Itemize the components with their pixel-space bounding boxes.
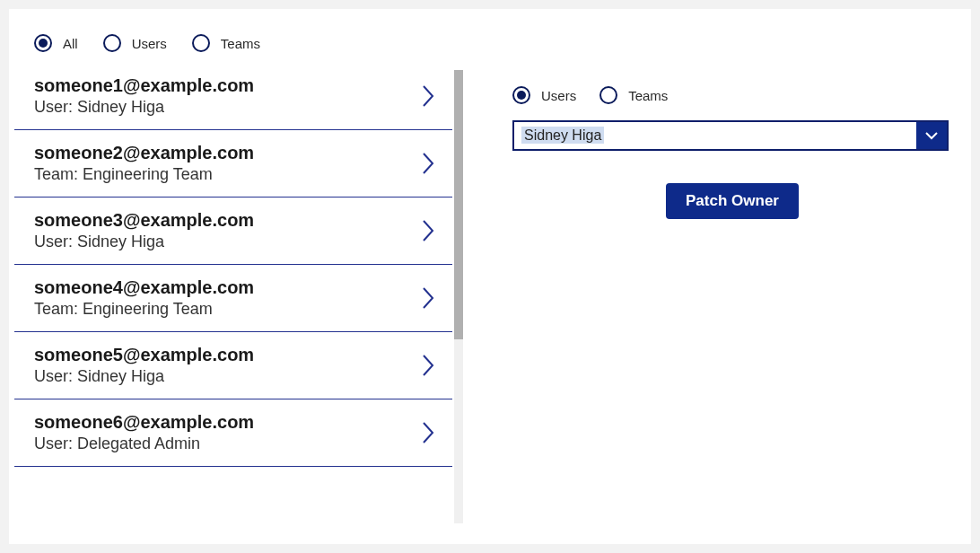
list-item[interactable]: someone2@example.comTeam: Engineering Te…: [14, 130, 452, 198]
list-item[interactable]: someone5@example.comUser: Sidney Higa: [14, 332, 452, 399]
scrollbar-thumb[interactable]: [454, 70, 463, 339]
list-item-owner: Team: Engineering Team: [34, 165, 254, 184]
list-item-owner: Team: Engineering Team: [34, 300, 254, 319]
radio-label: Users: [541, 88, 576, 103]
chevron-right-icon: [420, 83, 436, 110]
owner-type-group: Users Teams: [512, 86, 952, 104]
records-list: someone1@example.comUser: Sidney Higasom…: [14, 70, 452, 523]
radio-owner-users[interactable]: Users: [512, 86, 576, 104]
radio-icon: [512, 86, 530, 104]
owner-patch-panel: All Users Teams someone1@example.comUser…: [9, 9, 971, 544]
list-item-text: someone2@example.comTeam: Engineering Te…: [34, 143, 254, 184]
radio-label: All: [63, 36, 78, 51]
radio-icon: [34, 34, 52, 52]
list-item-email: someone1@example.com: [34, 75, 254, 96]
list-item-text: someone5@example.comUser: Sidney Higa: [34, 345, 254, 386]
list-item-email: someone5@example.com: [34, 345, 254, 365]
radio-label: Teams: [628, 88, 668, 103]
list-item-text: someone3@example.comUser: Sidney Higa: [34, 210, 254, 251]
chevron-down-icon[interactable]: [916, 122, 947, 149]
chevron-right-icon: [420, 150, 436, 177]
chevron-right-icon: [420, 419, 436, 446]
list-item[interactable]: someone4@example.comTeam: Engineering Te…: [14, 265, 452, 332]
list-item-owner: User: Sidney Higa: [34, 233, 254, 251]
chevron-right-icon: [420, 285, 436, 312]
patch-form: Users Teams Sidney Higa Patch Owner: [512, 70, 952, 523]
list-item-owner: User: Sidney Higa: [34, 98, 254, 117]
radio-all[interactable]: All: [34, 34, 78, 52]
radio-icon: [192, 34, 210, 52]
records-column: someone1@example.comUser: Sidney Higasom…: [14, 70, 463, 523]
owner-select-text: Sidney Higa: [521, 127, 604, 144]
list-item-text: someone6@example.comUser: Delegated Admi…: [34, 412, 254, 453]
radio-owner-teams[interactable]: Teams: [599, 86, 668, 104]
list-item-owner: User: Delegated Admin: [34, 434, 254, 453]
radio-label: Teams: [221, 36, 260, 51]
scrollbar-track[interactable]: [454, 70, 463, 523]
list-item-text: someone4@example.comTeam: Engineering Te…: [34, 277, 254, 319]
list-item-owner: User: Sidney Higa: [34, 367, 254, 386]
chevron-right-icon: [420, 217, 436, 244]
radio-icon: [103, 34, 121, 52]
content-area: someone1@example.comUser: Sidney Higasom…: [9, 70, 971, 523]
top-filter-group: All Users Teams: [9, 9, 971, 70]
radio-icon: [599, 86, 617, 104]
owner-select-value: Sidney Higa: [514, 127, 916, 144]
patch-owner-button[interactable]: Patch Owner: [666, 183, 799, 219]
list-item-email: someone4@example.com: [34, 277, 254, 298]
list-item[interactable]: someone1@example.comUser: Sidney Higa: [14, 70, 452, 130]
radio-label: Users: [132, 36, 167, 51]
list-item[interactable]: someone3@example.comUser: Sidney Higa: [14, 198, 452, 265]
radio-teams[interactable]: Teams: [192, 34, 260, 52]
list-item-text: someone1@example.comUser: Sidney Higa: [34, 75, 254, 117]
list-item-email: someone3@example.com: [34, 210, 254, 231]
radio-users[interactable]: Users: [103, 34, 167, 52]
owner-select[interactable]: Sidney Higa: [512, 120, 949, 151]
list-item-email: someone2@example.com: [34, 143, 254, 163]
chevron-right-icon: [420, 352, 436, 379]
list-item[interactable]: someone6@example.comUser: Delegated Admi…: [14, 399, 452, 467]
list-item-email: someone6@example.com: [34, 412, 254, 433]
